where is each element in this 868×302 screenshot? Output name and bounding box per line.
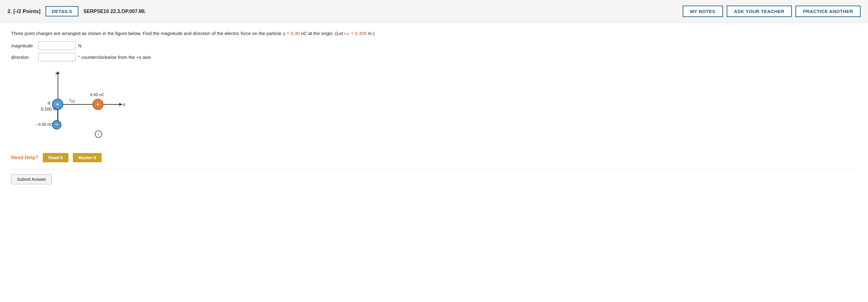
header-bar: 2. [-/2 Points] DETAILS SERPSE10 22.3.OP… (0, 0, 868, 23)
info-icon[interactable]: i (95, 130, 102, 138)
header-actions: MY NOTES ASK YOUR TEACHER PRACTICE ANOTH… (683, 6, 861, 17)
magnitude-label: magnitude (11, 43, 36, 48)
distance-label: 0.100 m (41, 106, 57, 111)
charge-6nc: + (92, 99, 103, 110)
problem-description: Three point charges are arranged as show… (11, 30, 857, 37)
direction-unit: ° counterclockwise from the +x axis (78, 55, 151, 60)
main-content: Three point charges are arranged as show… (0, 23, 868, 194)
charge-neg-symbol: − (55, 122, 58, 128)
magnitude-unit: N (78, 43, 82, 48)
ask-teacher-button[interactable]: ASK YOUR TEACHER (727, 6, 792, 17)
magnitude-row: magnitude N (11, 41, 857, 50)
direction-label: direction (11, 55, 36, 60)
description-text-1: Three point charges are arranged as show… (11, 31, 283, 36)
charge-6nc-symbol: + (96, 101, 99, 107)
practice-another-button[interactable]: PRACTICE ANOTHER (796, 6, 861, 17)
r12-value: r₁₂ = 0.325 (344, 31, 367, 36)
problem-code: SERPSE10 22.3.OP.007.MI. (83, 9, 678, 14)
submit-button[interactable]: Submit Answer (11, 174, 52, 184)
read-it-button[interactable]: Read It (43, 153, 68, 162)
x-axis (58, 104, 120, 105)
q-unit: nC at the origin. (Let (300, 31, 344, 36)
need-help-section: Need Help? Read It Master It (11, 153, 857, 162)
q-value: q = 5.30 (283, 31, 300, 36)
my-notes-button[interactable]: MY NOTES (683, 6, 723, 17)
need-help-label: Need Help? (11, 155, 38, 161)
y-axis-label: y (56, 70, 58, 75)
x-axis-label: −x (120, 102, 125, 107)
charge-6nc-label: 6.00 nC (90, 92, 104, 97)
diagram: y −x q + r12 6.00 nC + 0.100 m − −3.00 n… (30, 67, 129, 147)
r12-label: r12 (69, 97, 75, 103)
direction-input[interactable] (38, 53, 75, 61)
charge-neg: − (52, 120, 61, 130)
r12-unit: m.) (367, 31, 375, 36)
vertical-line (57, 110, 58, 121)
magnitude-input[interactable] (38, 41, 75, 50)
direction-row: direction ° counterclockwise from the +x… (11, 53, 857, 61)
details-button[interactable]: DETAILS (45, 6, 79, 16)
submit-row: Submit Answer (11, 169, 857, 184)
master-it-button[interactable]: Master It (73, 153, 102, 162)
neg-charge-label: −3.00 nC (36, 122, 52, 127)
q-label: q (48, 100, 50, 105)
points-label: 2. [-/2 Points] (7, 8, 40, 14)
